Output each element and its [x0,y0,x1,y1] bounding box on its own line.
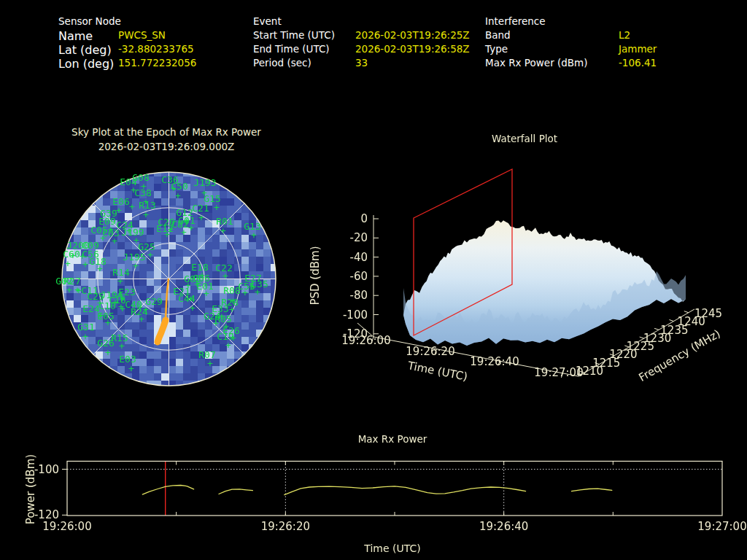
sky-plot-title: Sky Plot at the Epoch of Max Rx Power [20,126,312,138]
svg-text:0: 0 [360,212,368,225]
event-section: Event Start Time (UTC) End Time (UTC) Pe… [253,15,282,27]
field-label: Lat (deg) [58,43,112,57]
field-label: Lon (deg) [58,57,114,71]
field-label: Name [58,29,93,43]
svg-text:19:26:40: 19:26:40 [470,355,519,368]
gnss-interference-dashboard: Sensor Node Name Lat (deg) Lon (deg) PWC… [0,0,747,560]
interference-power-value: -106.41 [619,57,657,69]
sensor-lon-value: 151.772232056 [118,57,196,69]
power-plot: -100-12019:26:0019:26:2019:26:4019:27:00 [0,427,747,560]
event-period-value: 33 [355,57,368,69]
svg-text:-60: -60 [350,270,368,283]
sensor-node-title: Sensor Node [58,15,121,27]
sensor-lat-value: -32.880233765 [118,43,194,55]
field-label: Start Time (UTC) [253,29,335,41]
interference-band-value: L2 [619,29,630,41]
svg-text:-100: -100 [34,463,59,476]
field-label: Max Rx Power (dBm) [485,57,587,69]
svg-text:19:26:00: 19:26:00 [42,520,91,533]
event-end-value: 2026-02-03T19:26:58Z [355,43,470,55]
svg-text:-40: -40 [350,251,368,264]
waterfall-plot: 0-20-40-60-80-100-120PSD (dBm)19:26:0019… [306,149,747,394]
field-label: Period (sec) [253,57,311,69]
power-ylabel: Power (dBm) [24,446,37,533]
power-xlabel: Time (UTC) [38,542,747,554]
svg-text:19:26:00: 19:26:00 [341,334,390,347]
interference-type-value: Jammer [619,43,657,55]
sky-plot-canvas [59,169,278,388]
event-title: Event [253,15,282,27]
svg-text:PSD (dBm): PSD (dBm) [309,246,322,305]
field-label: Type [485,43,508,55]
svg-text:Time (UTC): Time (UTC) [406,359,469,384]
sensor-name-value: PWCS_SN [118,29,166,41]
field-label: End Time (UTC) [253,43,330,55]
svg-text:-20: -20 [350,231,368,244]
interference-title: Interference [485,15,546,27]
svg-text:19:26:20: 19:26:20 [406,345,454,358]
sensor-node-section: Sensor Node Name Lat (deg) Lon (deg) PWC… [58,15,121,27]
svg-text:19:26:20: 19:26:20 [261,520,310,533]
field-label: Band [485,29,511,41]
interference-section: Interference Band Type Max Rx Power (dBm… [485,15,546,27]
svg-text:19:26:40: 19:26:40 [479,520,528,533]
sky-plot-subtitle: 2026-02-03T19:26:09.000Z [20,141,312,152]
event-start-value: 2026-02-03T19:26:25Z [355,29,470,41]
svg-text:19:27:00: 19:27:00 [697,520,746,533]
svg-text:-80: -80 [350,289,368,302]
svg-text:1245: 1245 [694,307,722,320]
svg-text:-100: -100 [343,308,368,322]
waterfall-title: Waterfall Plot [379,133,670,144]
